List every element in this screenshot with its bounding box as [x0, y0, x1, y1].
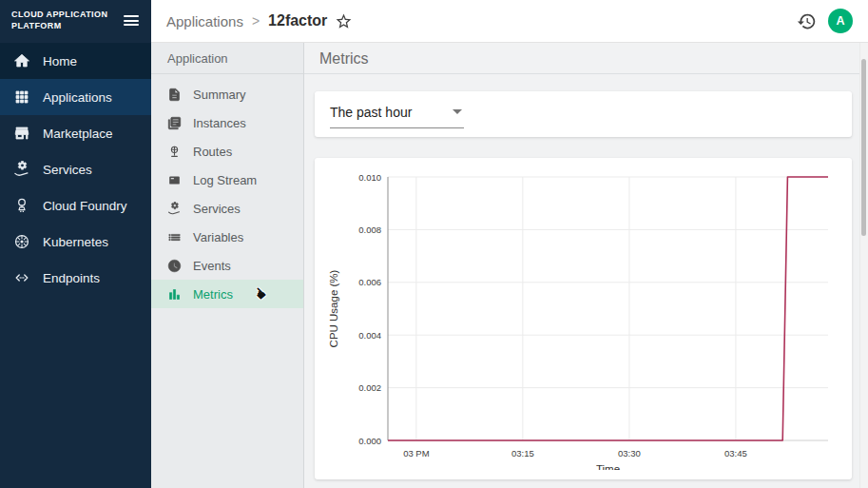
home-icon [13, 52, 30, 69]
sidebar-item-label: Applications [43, 90, 112, 105]
top-toolbar: Applications > 12factor A [151, 0, 868, 43]
subnav-item-label: Metrics [193, 287, 233, 302]
list-icon [167, 230, 182, 244]
cpu-usage-chart: 0.0000.0020.0040.0060.0080.01003 PM03:15… [322, 167, 844, 470]
subnav-item-label: Instances [193, 116, 246, 130]
storefront-icon [13, 125, 30, 142]
cpu-usage-chart-card: 0.0000.0020.0040.0060.0080.01003 PM03:15… [315, 158, 852, 479]
log-stream-console-icon [167, 173, 182, 187]
sidebar-item-label: Endpoints [43, 271, 100, 285]
svg-text:0.006: 0.006 [358, 277, 381, 287]
sidebar-item-applications[interactable]: Applications [0, 79, 151, 115]
logo-row: CLOUD APPLICATION PLATFORM [0, 0, 151, 43]
svg-text:Time: Time [596, 463, 620, 470]
subnav-item-metrics[interactable]: Metrics [151, 280, 303, 308]
svg-text:0.008: 0.008 [358, 224, 381, 235]
subnav-item-events[interactable]: Events [151, 251, 303, 280]
service-hand-gear-icon [167, 202, 182, 216]
clock-icon [167, 259, 182, 273]
endpoints-icon [13, 269, 30, 286]
favorite-star-icon[interactable] [335, 12, 353, 30]
svg-text:0.004: 0.004 [358, 330, 381, 341]
sidebar-item-label: Kubernetes [43, 235, 108, 249]
cloud-foundry-icon [13, 197, 30, 214]
sidebar-item-label: Cloud Foundry [43, 199, 127, 213]
sidebar-item-endpoints[interactable]: Endpoints [0, 260, 151, 296]
subnav-item-services[interactable]: Services [151, 194, 303, 223]
sidebar-item-services[interactable]: Services [0, 151, 151, 187]
apps-grid-icon [13, 88, 30, 106]
subnav-item-label: Log Stream [193, 173, 257, 187]
user-avatar[interactable]: A [828, 9, 853, 33]
svg-text:03:15: 03:15 [511, 448, 534, 459]
hamburger-menu-icon[interactable] [124, 15, 139, 27]
svg-text:03:45: 03:45 [724, 448, 747, 459]
subnav-item-label: Services [193, 202, 241, 216]
vertical-scrollbar[interactable] [859, 43, 868, 488]
chevron-down-icon [453, 109, 462, 114]
svg-text:0.000: 0.000 [358, 436, 381, 446]
svg-text:CPU Usage (%): CPU Usage (%) [328, 269, 339, 347]
scrollbar-thumb[interactable] [861, 59, 866, 236]
bar-chart-icon [167, 287, 182, 302]
subnav-item-variables[interactable]: Variables [151, 223, 303, 251]
subnav-header: Application [151, 43, 303, 74]
breadcrumb-separator: > [252, 13, 260, 29]
time-range-select[interactable]: The past hour [330, 100, 464, 128]
svg-text:0.002: 0.002 [358, 382, 381, 393]
time-range-value: The past hour [330, 105, 412, 120]
sidebar-item-cloud-foundry[interactable]: Cloud Foundry [0, 187, 151, 224]
history-icon[interactable] [797, 11, 817, 31]
sidebar-item-home[interactable]: Home [0, 43, 151, 79]
sidebar-item-label: Marketplace [43, 127, 113, 141]
svg-text:03:30: 03:30 [618, 448, 641, 459]
svg-text:0.010: 0.010 [358, 172, 381, 183]
kubernetes-helm-icon [13, 233, 30, 250]
subnav-item-label: Routes [193, 145, 232, 159]
subnav-item-label: Variables [193, 230, 243, 244]
subnav-item-log-stream[interactable]: Log Stream [151, 166, 303, 194]
subnav-item-routes[interactable]: Routes [151, 137, 303, 166]
subnav-item-label: Events [193, 259, 231, 273]
svg-text:03 PM: 03 PM [403, 448, 430, 459]
subnav-item-instances[interactable]: Instances [151, 108, 303, 137]
sidebar-item-marketplace[interactable]: Marketplace [0, 115, 151, 151]
page-title: Metrics [304, 43, 868, 74]
sidebar-item-label: Services [43, 163, 92, 177]
application-subnav: Application Summary Instances Routes Log… [151, 43, 304, 488]
sidebar-item-kubernetes[interactable]: Kubernetes [0, 224, 151, 260]
avatar-letter: A [836, 14, 844, 28]
subnav-item-summary[interactable]: Summary [151, 80, 303, 108]
breadcrumb-applications[interactable]: Applications [166, 13, 243, 29]
primary-sidebar: CLOUD APPLICATION PLATFORM Home Applicat… [0, 0, 151, 488]
service-hand-gear-icon [13, 161, 30, 178]
main-content: Metrics The past hour 0.0000.0020.0040.0… [304, 43, 868, 488]
breadcrumb-current-app: 12factor [268, 12, 327, 29]
time-filter-card: The past hour [315, 91, 852, 137]
subnav-item-label: Summary [193, 88, 246, 102]
route-globe-icon [167, 145, 182, 159]
sidebar-item-label: Home [43, 54, 77, 68]
document-icon [167, 88, 182, 102]
stacked-pages-icon [167, 116, 182, 130]
